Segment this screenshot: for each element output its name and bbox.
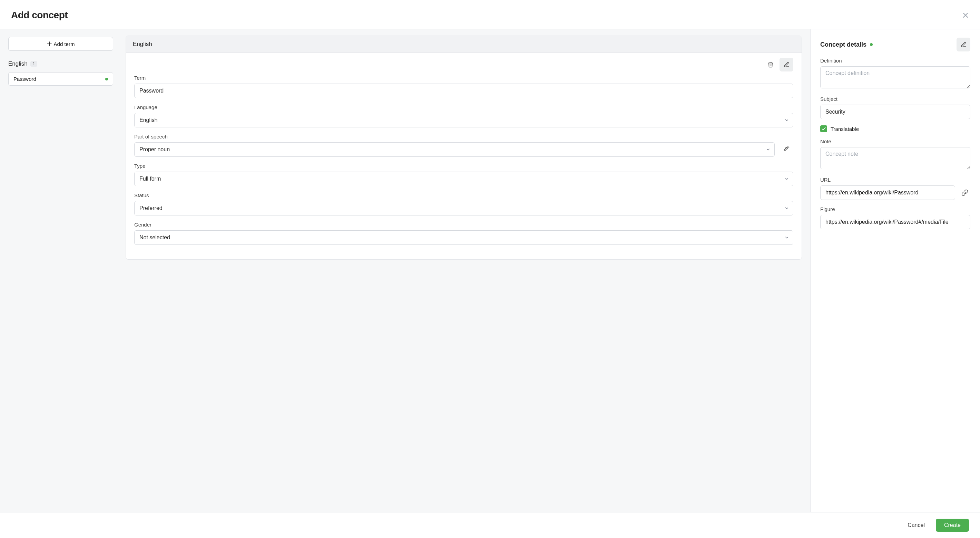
term-list-item-label: Password (13, 76, 36, 82)
status-field: Status (134, 192, 793, 216)
translatable-row: Translatable (820, 125, 970, 132)
status-label: Status (134, 192, 793, 198)
part-of-speech-label: Part of speech (134, 134, 793, 139)
translatable-checkbox[interactable] (820, 125, 827, 132)
term-input[interactable] (134, 83, 793, 98)
check-icon (821, 126, 826, 131)
concept-details-panel: Concept details Definition Subject (810, 29, 980, 512)
modal-header: Add concept (0, 0, 980, 29)
create-button[interactable]: Create (936, 519, 969, 532)
figure-input[interactable] (820, 215, 970, 229)
modal-body: Add term English 1 Password English (0, 29, 980, 512)
modal-footer: Cancel Create (0, 512, 980, 538)
figure-field: Figure (820, 206, 970, 229)
note-label: Note (820, 139, 970, 144)
figure-label: Figure (820, 206, 970, 212)
concept-details-title: Concept details (820, 41, 867, 48)
note-field: Note (820, 139, 970, 171)
modal-title: Add concept (11, 10, 68, 21)
magic-wand-icon (783, 146, 790, 153)
gender-select[interactable] (134, 230, 793, 245)
term-toolbar (134, 57, 793, 72)
close-icon (962, 12, 969, 19)
edit-concept-details-button[interactable] (956, 38, 970, 51)
url-label: URL (820, 177, 970, 183)
trash-icon (767, 61, 774, 68)
url-field: URL (820, 177, 970, 200)
url-input[interactable] (820, 185, 955, 200)
status-select[interactable] (134, 201, 793, 216)
part-of-speech-field: Part of speech (134, 134, 793, 157)
language-label: Language (134, 104, 793, 110)
subject-input[interactable] (820, 105, 970, 119)
pencil-icon (960, 42, 967, 48)
subject-label: Subject (820, 96, 970, 102)
plus-icon (47, 42, 52, 46)
add-term-button[interactable]: Add term (8, 37, 113, 51)
delete-term-button[interactable] (764, 57, 778, 72)
term-field: Term (134, 75, 793, 98)
add-term-label: Add term (54, 41, 75, 47)
open-url-button[interactable] (959, 187, 970, 198)
terms-sidebar: Add term English 1 Password (0, 29, 121, 512)
status-dot-icon (105, 78, 108, 80)
edit-term-button[interactable] (780, 57, 793, 72)
type-select[interactable] (134, 172, 793, 186)
subject-field: Subject (820, 96, 970, 119)
term-count-badge: 1 (30, 61, 38, 67)
term-label: Term (134, 75, 793, 81)
translatable-label: Translatable (830, 126, 859, 132)
term-editor-card: English Term L (126, 35, 802, 260)
language-group-name: English (8, 61, 28, 67)
type-field: Type (134, 163, 793, 186)
part-of-speech-select[interactable] (134, 142, 775, 157)
auto-detect-pos-button[interactable] (780, 143, 793, 156)
language-field: Language (134, 104, 793, 128)
status-dot-icon (870, 43, 873, 46)
language-group: English 1 Password (8, 61, 113, 86)
link-icon (961, 189, 968, 196)
pencil-icon (783, 61, 789, 68)
term-list-item[interactable]: Password (8, 72, 113, 86)
add-concept-modal: Add concept Add term English 1 Password (0, 0, 980, 538)
term-editor-column: English Term L (121, 29, 810, 512)
concept-details-title-wrap: Concept details (820, 41, 873, 48)
gender-field: Gender (134, 222, 793, 245)
definition-textarea[interactable] (820, 66, 970, 88)
cancel-button[interactable]: Cancel (904, 519, 929, 532)
definition-field: Definition (820, 57, 970, 90)
note-textarea[interactable] (820, 147, 970, 169)
term-editor-body: Term Language Part of speech (126, 53, 802, 259)
language-select[interactable] (134, 113, 793, 128)
definition-label: Definition (820, 57, 970, 64)
type-label: Type (134, 163, 793, 169)
language-group-header: English 1 (8, 61, 113, 67)
close-button[interactable] (962, 12, 969, 19)
gender-label: Gender (134, 222, 793, 228)
concept-details-header: Concept details (820, 38, 970, 51)
term-editor-language-header: English (126, 36, 802, 53)
